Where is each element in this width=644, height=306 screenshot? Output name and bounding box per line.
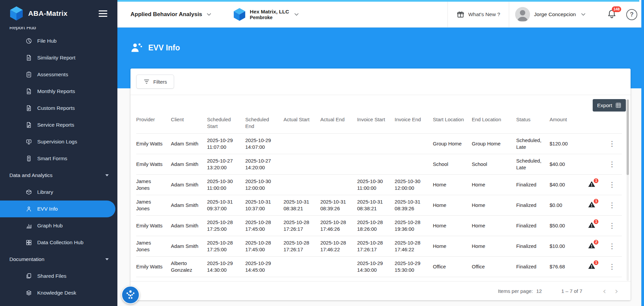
export-button[interactable]: Export: [593, 99, 626, 112]
warning-indicator[interactable]: 1: [588, 201, 596, 208]
organization-location: Pembroke: [250, 15, 289, 21]
table-scrollbar[interactable]: [627, 99, 629, 281]
cell-start-location: School: [433, 154, 472, 175]
cell-invoice-start: [357, 154, 395, 175]
accessibility-widget-button[interactable]: [121, 286, 140, 304]
cell-invoice-start: [357, 134, 395, 154]
cell-status: Finalized: [516, 216, 549, 236]
cell-scheduled-start: 2025-10-29 11:07:00: [207, 134, 245, 154]
notifications-button[interactable]: 148: [607, 9, 617, 20]
evv-info-icon: [130, 42, 143, 53]
whats-new-button[interactable]: What's New ?: [448, 2, 509, 27]
cell-warnings: 1: [588, 216, 606, 236]
report-chart-icon: [25, 88, 32, 95]
cell-client: Adam Smith: [171, 195, 207, 216]
page-range-label: 1 – 7 of 7: [561, 288, 582, 294]
filters-button[interactable]: Filters: [136, 75, 174, 89]
warning-indicator[interactable]: 2: [588, 242, 596, 249]
row-actions-button[interactable]: ⋮: [606, 181, 618, 189]
warning-indicator[interactable]: 1: [588, 221, 596, 229]
cell-end-location: Home: [472, 216, 516, 236]
sidebar-item-file-hub[interactable]: File Hub: [0, 33, 117, 49]
cell-scheduled-end: 2025-10-27 14:20:00: [245, 154, 283, 175]
library-box-icon: [25, 189, 32, 195]
cell-invoice-end: 2025-10-30 12:00:00: [395, 175, 433, 195]
cell-warnings: [588, 154, 606, 175]
product-dropdown[interactable]: Applied Behavior Analysis: [130, 11, 212, 18]
row-actions-button[interactable]: ⋮: [606, 140, 618, 148]
layers-icon: [25, 290, 32, 296]
sidebar-item-assessments[interactable]: Assessments: [0, 66, 117, 83]
cell-provider: Emily Watts: [136, 216, 171, 236]
monitor-person-icon: [25, 138, 32, 145]
cell-scheduled-start: 2025-10-31 09:37:00: [207, 195, 245, 216]
column-client: Client: [171, 112, 207, 134]
cell-amount: $120.00: [549, 134, 588, 154]
cell-start-location: Group Home: [433, 134, 472, 154]
sidebar-section-documentation[interactable]: Documentation: [0, 251, 117, 268]
pie-chart-icon: [25, 38, 32, 44]
cell-start-location: Home: [433, 195, 472, 216]
sidebar-item-data-collection-hub[interactable]: Data Collection Hub: [0, 234, 117, 251]
loading-progress-bar: [117, 0, 639, 2]
export-row: Export: [130, 95, 631, 112]
column-end-location: End Location: [472, 112, 516, 134]
bar-chart-icon: [25, 222, 32, 229]
page-scrollbar[interactable]: [641, 0, 644, 306]
warning-indicator[interactable]: 1: [588, 262, 596, 270]
sidebar-item-custom-reports[interactable]: Custom Reports: [0, 100, 117, 117]
notification-count-badge: 148: [612, 6, 621, 12]
sidebar-item-shared-files[interactable]: Shared Files: [0, 268, 117, 285]
cell-start-location: Home: [433, 236, 472, 257]
row-actions-button[interactable]: ⋮: [606, 222, 618, 230]
sidebar-toggle-button[interactable]: [99, 10, 107, 17]
document-pen-icon: [25, 122, 32, 128]
cell-invoice-start: 2025-10-31 08:38:21: [357, 195, 395, 216]
sidebar-item-supervision-logs[interactable]: Supervision Logs: [0, 133, 117, 150]
sidebar-item-library[interactable]: Library: [0, 184, 117, 201]
cell-scheduled-start: 2025-10-28 17:25:00: [207, 236, 245, 257]
user-menu[interactable]: Jorge Concepcion: [509, 7, 592, 22]
next-page-button[interactable]: ›: [610, 286, 623, 296]
cell-actual-start: 2025-10-31 08:38:21: [283, 195, 320, 216]
row-warning-badge: 1: [593, 178, 599, 183]
organization-name: Hex Matrix, LLC: [250, 8, 289, 15]
help-button[interactable]: ?: [626, 9, 637, 20]
cell-warnings: [588, 134, 606, 154]
cell-actions: ⋮: [606, 134, 622, 154]
cell-invoice-start: 2025-10-28 17:26:17: [357, 236, 395, 257]
row-actions-button[interactable]: ⋮: [606, 263, 618, 271]
cell-scheduled-end: 2025-10-28 17:45:00: [245, 216, 283, 236]
sidebar-item-service-reports[interactable]: Service Reports: [0, 117, 117, 133]
sidebar-item-monthly-reports[interactable]: Monthly Reports: [0, 83, 117, 100]
sidebar-item-smart-forms[interactable]: Smart Forms: [0, 150, 117, 167]
sidebar-item-graph-hub[interactable]: Graph Hub: [0, 217, 117, 234]
table-row: Emily Watts Adam Smith 2025-10-29 11:07:…: [136, 134, 622, 154]
items-per-page-select[interactable]: 12: [536, 288, 542, 294]
cell-scheduled-end: 2025-10-29 14:45:00: [245, 257, 283, 277]
form-phone-icon: [25, 155, 32, 162]
data-analytics-list: Library EVV Info Graph Hub Data Collecti…: [0, 184, 117, 251]
sidebar-nav: Report Hub File Hub Similarity Report As…: [0, 27, 117, 301]
sidebar-item-similarity-report[interactable]: Similarity Report: [0, 49, 117, 66]
sidebar-item-evv-info[interactable]: EVV Info: [0, 201, 115, 217]
table-scrollbar-thumb[interactable]: [627, 99, 629, 175]
cell-status: Finalized: [516, 195, 549, 216]
previous-page-button[interactable]: ‹: [598, 286, 610, 296]
question-mark-icon: ?: [630, 11, 634, 18]
cell-warnings: 1: [588, 175, 606, 195]
warning-indicator[interactable]: 1: [588, 180, 596, 188]
sidebar-section-data-and-analytics[interactable]: Data and Analytics: [0, 167, 117, 184]
sidebar-header: ABA-Matrix: [0, 0, 117, 27]
row-actions-button[interactable]: ⋮: [606, 242, 618, 251]
sidebar-section-report-hub[interactable]: Report Hub: [0, 27, 117, 33]
organization-dropdown[interactable]: Hex Matrix, LLC Pembroke: [233, 7, 300, 21]
cell-status: Finalized: [516, 236, 549, 257]
sidebar-item-knowledge-desk[interactable]: Knowledge Desk: [0, 285, 117, 301]
cell-scheduled-start: 2025-10-30 11:00:00: [207, 175, 245, 195]
cell-actual-start: [283, 134, 320, 154]
row-actions-button[interactable]: ⋮: [606, 160, 618, 169]
document-icon: [25, 54, 32, 61]
row-actions-button[interactable]: ⋮: [606, 201, 618, 210]
filters-row: Filters: [130, 69, 631, 95]
